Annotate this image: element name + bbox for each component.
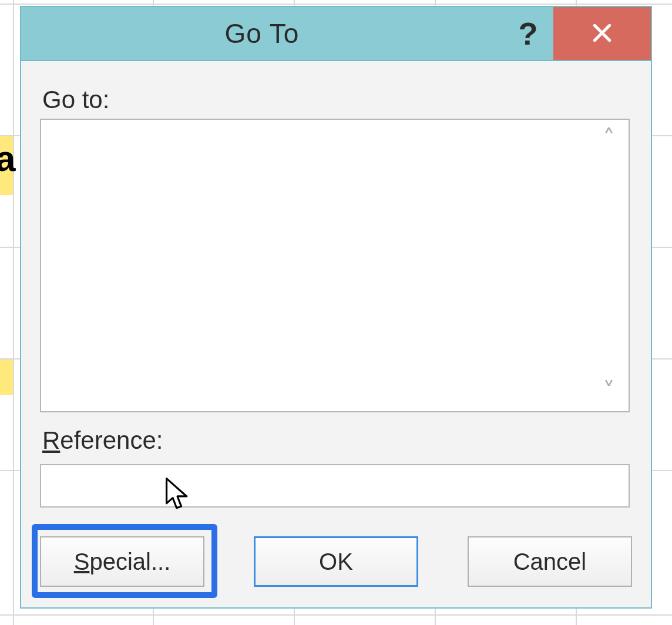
go-to-dialog: Go To ? Go to: ˄ ˅ Reference: Special...… (20, 6, 652, 609)
close-button[interactable] (553, 7, 651, 60)
reference-label: Reference: (42, 426, 632, 455)
goto-label: Go to: (42, 86, 632, 114)
dialog-button-row: Special... OK Cancel (40, 533, 632, 590)
cancel-button[interactable]: Cancel (468, 536, 632, 587)
scroll-up-icon[interactable]: ˄ (603, 127, 615, 152)
dialog-title: Go To (21, 18, 503, 49)
special-button[interactable]: Special... (40, 536, 204, 587)
reference-input[interactable] (40, 464, 630, 508)
help-button[interactable]: ? (503, 7, 553, 60)
help-icon: ? (519, 15, 538, 52)
listbox-scrollbar[interactable]: ˄ ˅ (591, 120, 626, 411)
ok-button[interactable]: OK (254, 536, 418, 587)
goto-listbox[interactable]: ˄ ˅ (40, 119, 630, 412)
dialog-body: Go to: ˄ ˅ Reference: Special... OK Canc… (21, 60, 651, 607)
close-icon (591, 22, 613, 46)
dialog-titlebar[interactable]: Go To ? (21, 7, 651, 60)
scroll-down-icon[interactable]: ˅ (603, 379, 615, 404)
sheet-cell-text: a (0, 137, 15, 179)
